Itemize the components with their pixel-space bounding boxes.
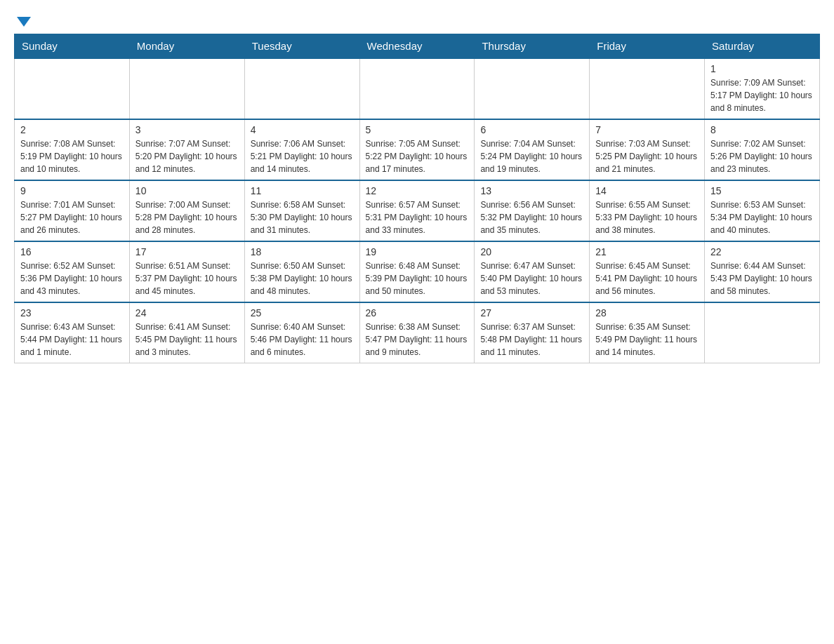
- calendar-cell: 23Sunrise: 6:43 AM Sunset: 5:44 PM Dayli…: [15, 302, 130, 363]
- day-info: Sunrise: 6:40 AM Sunset: 5:46 PM Dayligh…: [251, 321, 354, 358]
- day-info: Sunrise: 7:09 AM Sunset: 5:17 PM Dayligh…: [710, 76, 814, 114]
- day-info: Sunrise: 6:47 AM Sunset: 5:40 PM Dayligh…: [480, 260, 583, 297]
- calendar-cell: 8Sunrise: 7:02 AM Sunset: 5:26 PM Daylig…: [705, 119, 820, 180]
- day-number: 22: [710, 246, 814, 257]
- day-info: Sunrise: 6:37 AM Sunset: 5:48 PM Dayligh…: [480, 321, 583, 358]
- calendar-cell: 27Sunrise: 6:37 AM Sunset: 5:48 PM Dayli…: [475, 302, 590, 363]
- day-info: Sunrise: 6:38 AM Sunset: 5:47 PM Dayligh…: [366, 321, 469, 358]
- day-info: Sunrise: 6:41 AM Sunset: 5:45 PM Dayligh…: [135, 321, 239, 358]
- day-number: 16: [20, 246, 124, 257]
- day-info: Sunrise: 7:05 AM Sunset: 5:22 PM Dayligh…: [366, 137, 469, 175]
- day-number: 13: [480, 185, 583, 196]
- calendar-cell: [705, 302, 820, 363]
- day-info: Sunrise: 7:06 AM Sunset: 5:21 PM Dayligh…: [251, 137, 354, 175]
- day-number: 25: [251, 307, 354, 318]
- day-number: 8: [710, 124, 814, 135]
- day-number: 1: [710, 63, 814, 74]
- day-info: Sunrise: 7:04 AM Sunset: 5:24 PM Dayligh…: [480, 137, 583, 175]
- calendar-cell: 9Sunrise: 7:01 AM Sunset: 5:27 PM Daylig…: [15, 180, 130, 241]
- day-info: Sunrise: 6:55 AM Sunset: 5:33 PM Dayligh…: [595, 199, 699, 236]
- day-number: 18: [251, 246, 354, 257]
- calendar-cell: 10Sunrise: 7:00 AM Sunset: 5:28 PM Dayli…: [129, 180, 244, 241]
- calendar-cell: 7Sunrise: 7:03 AM Sunset: 5:25 PM Daylig…: [590, 119, 705, 180]
- day-info: Sunrise: 6:48 AM Sunset: 5:39 PM Dayligh…: [366, 260, 469, 297]
- day-info: Sunrise: 7:02 AM Sunset: 5:26 PM Dayligh…: [710, 137, 814, 175]
- calendar-week-row: 2Sunrise: 7:08 AM Sunset: 5:19 PM Daylig…: [15, 119, 820, 180]
- calendar-cell: [244, 58, 359, 119]
- day-of-week-header: Thursday: [475, 34, 590, 59]
- day-info: Sunrise: 7:03 AM Sunset: 5:25 PM Dayligh…: [595, 137, 699, 175]
- calendar-cell: 15Sunrise: 6:53 AM Sunset: 5:34 PM Dayli…: [705, 180, 820, 241]
- calendar-cell: 5Sunrise: 7:05 AM Sunset: 5:22 PM Daylig…: [359, 119, 475, 180]
- day-number: 17: [135, 246, 239, 257]
- calendar-cell: [590, 58, 705, 119]
- day-info: Sunrise: 7:08 AM Sunset: 5:19 PM Dayligh…: [20, 137, 124, 175]
- calendar-cell: 22Sunrise: 6:44 AM Sunset: 5:43 PM Dayli…: [705, 241, 820, 302]
- calendar-cell: 14Sunrise: 6:55 AM Sunset: 5:33 PM Dayli…: [590, 180, 705, 241]
- calendar-cell: 18Sunrise: 6:50 AM Sunset: 5:38 PM Dayli…: [244, 241, 359, 302]
- day-number: 28: [595, 307, 699, 318]
- calendar-header-row: SundayMondayTuesdayWednesdayThursdayFrid…: [15, 34, 820, 59]
- calendar-cell: 11Sunrise: 6:58 AM Sunset: 5:30 PM Dayli…: [244, 180, 359, 241]
- page-header: [14, 14, 820, 27]
- calendar-cell: 16Sunrise: 6:52 AM Sunset: 5:36 PM Dayli…: [15, 241, 130, 302]
- day-number: 26: [366, 307, 469, 318]
- logo-arrow-icon: [17, 17, 31, 27]
- calendar-cell: 12Sunrise: 6:57 AM Sunset: 5:31 PM Dayli…: [359, 180, 475, 241]
- day-of-week-header: Monday: [129, 34, 244, 59]
- day-of-week-header: Sunday: [15, 34, 130, 59]
- day-number: 20: [480, 246, 583, 257]
- day-info: Sunrise: 6:35 AM Sunset: 5:49 PM Dayligh…: [595, 321, 699, 358]
- calendar-cell: 25Sunrise: 6:40 AM Sunset: 5:46 PM Dayli…: [244, 302, 359, 363]
- day-number: 4: [251, 124, 354, 135]
- day-number: 5: [366, 124, 469, 135]
- day-info: Sunrise: 6:53 AM Sunset: 5:34 PM Dayligh…: [710, 199, 814, 236]
- day-info: Sunrise: 6:51 AM Sunset: 5:37 PM Dayligh…: [135, 260, 239, 297]
- calendar-cell: [129, 58, 244, 119]
- day-number: 2: [20, 124, 124, 135]
- day-number: 23: [20, 307, 124, 318]
- day-number: 3: [135, 124, 239, 135]
- calendar-cell: 19Sunrise: 6:48 AM Sunset: 5:39 PM Dayli…: [359, 241, 475, 302]
- day-number: 6: [480, 124, 583, 135]
- calendar-cell: 2Sunrise: 7:08 AM Sunset: 5:19 PM Daylig…: [15, 119, 130, 180]
- calendar-week-row: 1Sunrise: 7:09 AM Sunset: 5:17 PM Daylig…: [15, 58, 820, 119]
- day-number: 14: [595, 185, 699, 196]
- day-number: 15: [710, 185, 814, 196]
- day-of-week-header: Tuesday: [244, 34, 359, 59]
- calendar-cell: 20Sunrise: 6:47 AM Sunset: 5:40 PM Dayli…: [475, 241, 590, 302]
- calendar-cell: [15, 58, 130, 119]
- calendar-week-row: 23Sunrise: 6:43 AM Sunset: 5:44 PM Dayli…: [15, 302, 820, 363]
- calendar-cell: 26Sunrise: 6:38 AM Sunset: 5:47 PM Dayli…: [359, 302, 475, 363]
- day-info: Sunrise: 6:50 AM Sunset: 5:38 PM Dayligh…: [251, 260, 354, 297]
- calendar-cell: 24Sunrise: 6:41 AM Sunset: 5:45 PM Dayli…: [129, 302, 244, 363]
- day-info: Sunrise: 6:52 AM Sunset: 5:36 PM Dayligh…: [20, 260, 124, 297]
- day-info: Sunrise: 7:07 AM Sunset: 5:20 PM Dayligh…: [135, 137, 239, 175]
- calendar-cell: 28Sunrise: 6:35 AM Sunset: 5:49 PM Dayli…: [590, 302, 705, 363]
- day-info: Sunrise: 6:58 AM Sunset: 5:30 PM Dayligh…: [251, 199, 354, 236]
- day-number: 21: [595, 246, 699, 257]
- calendar-cell: 17Sunrise: 6:51 AM Sunset: 5:37 PM Dayli…: [129, 241, 244, 302]
- calendar-week-row: 16Sunrise: 6:52 AM Sunset: 5:36 PM Dayli…: [15, 241, 820, 302]
- day-number: 12: [366, 185, 469, 196]
- day-of-week-header: Saturday: [705, 34, 820, 59]
- day-of-week-header: Friday: [590, 34, 705, 59]
- day-number: 24: [135, 307, 239, 318]
- day-info: Sunrise: 6:45 AM Sunset: 5:41 PM Dayligh…: [595, 260, 699, 297]
- day-of-week-header: Wednesday: [359, 34, 475, 59]
- day-number: 7: [595, 124, 699, 135]
- day-info: Sunrise: 6:57 AM Sunset: 5:31 PM Dayligh…: [366, 199, 469, 236]
- calendar-cell: [359, 58, 475, 119]
- logo: [14, 14, 31, 27]
- calendar-cell: 1Sunrise: 7:09 AM Sunset: 5:17 PM Daylig…: [705, 58, 820, 119]
- day-info: Sunrise: 6:44 AM Sunset: 5:43 PM Dayligh…: [710, 260, 814, 297]
- calendar-cell: 3Sunrise: 7:07 AM Sunset: 5:20 PM Daylig…: [129, 119, 244, 180]
- calendar-week-row: 9Sunrise: 7:01 AM Sunset: 5:27 PM Daylig…: [15, 180, 820, 241]
- calendar-cell: 4Sunrise: 7:06 AM Sunset: 5:21 PM Daylig…: [244, 119, 359, 180]
- calendar-cell: [475, 58, 590, 119]
- day-number: 11: [251, 185, 354, 196]
- calendar-cell: 6Sunrise: 7:04 AM Sunset: 5:24 PM Daylig…: [475, 119, 590, 180]
- calendar-table: SundayMondayTuesdayWednesdayThursdayFrid…: [14, 34, 820, 363]
- calendar-cell: 13Sunrise: 6:56 AM Sunset: 5:32 PM Dayli…: [475, 180, 590, 241]
- calendar-cell: 21Sunrise: 6:45 AM Sunset: 5:41 PM Dayli…: [590, 241, 705, 302]
